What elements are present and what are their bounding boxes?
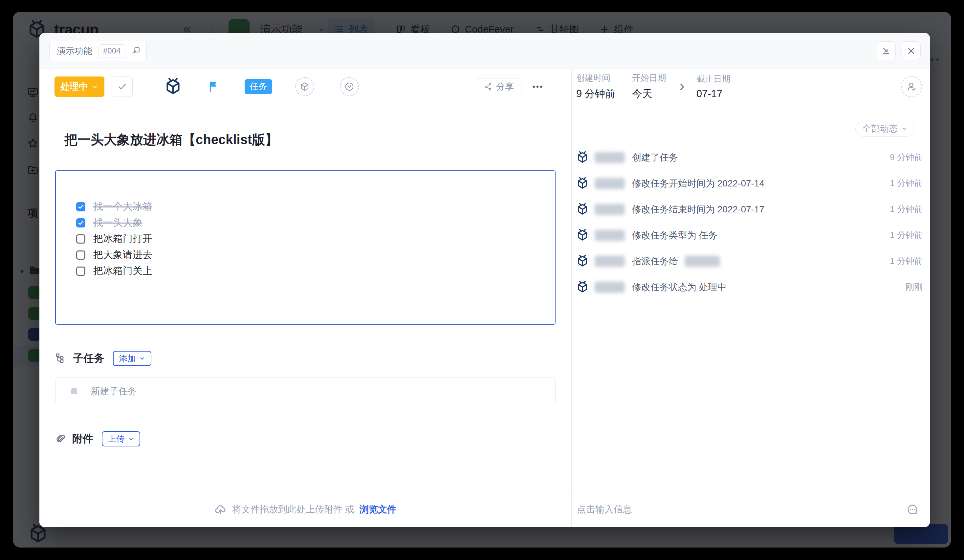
task-type-badge[interactable]: 任务	[244, 79, 272, 94]
attachments-heading: 附件	[72, 431, 93, 446]
activity-time: 1 分钟前	[890, 203, 923, 215]
due-date-block[interactable]: 截止日期 07-17	[696, 73, 731, 100]
activity-time: 1 分钟前	[890, 256, 923, 267]
check-icon	[78, 203, 84, 210]
activity-time: 1 分钟前	[890, 230, 923, 241]
activity-text: 修改任务结束时间为 2022-07-17	[632, 203, 764, 216]
tracup-cube-icon	[577, 151, 588, 163]
activity-time: 1 分钟前	[890, 177, 923, 189]
chevron-down-icon	[128, 436, 134, 442]
checkbox-unchecked[interactable]	[76, 267, 85, 276]
subtask-bullet-icon	[71, 388, 77, 394]
copy-link-icon[interactable]	[131, 46, 140, 55]
close-icon	[907, 46, 916, 55]
link-item-placeholder[interactable]	[295, 77, 314, 96]
share-icon	[484, 83, 492, 91]
checklist-item: 把冰箱门关上	[76, 263, 555, 279]
checklist-label: 把冰箱门打开	[93, 232, 152, 246]
activity-text: 创建了任务	[632, 151, 678, 164]
status-label: 处理中	[60, 80, 88, 93]
checkbox-unchecked[interactable]	[76, 234, 85, 244]
activity-text: 修改任务开始时间为 2022-07-14	[632, 177, 764, 190]
share-label: 分享	[496, 81, 514, 93]
priority-flag-icon[interactable]	[207, 80, 220, 93]
tracup-cube-icon	[577, 281, 588, 293]
activity-filter-dropdown[interactable]: 全部动态	[855, 121, 914, 137]
activity-feed: 全部动态 创建了任务 9 分钟前 修改任务开始时间为 2022-07-14	[572, 104, 930, 491]
version-placeholder[interactable]	[340, 77, 359, 96]
file-dropzone[interactable]: 将文件拖放到此处上传附件 或 浏览文件	[39, 491, 571, 527]
share-button[interactable]: 分享	[477, 78, 521, 95]
created-time-block: 创建时间 9 分钟前	[576, 72, 615, 101]
export-button[interactable]	[877, 41, 896, 60]
checklist-label: 把大象请进去	[93, 248, 152, 262]
checklist-label: 找一头大象	[93, 216, 143, 230]
start-date-value: 今天	[632, 87, 666, 101]
checklist-item: 把大象请进去	[76, 247, 555, 263]
task-title[interactable]: 把一头大象放进冰箱【checklist版】	[64, 131, 555, 149]
person-check-icon	[906, 81, 917, 92]
close-button[interactable]	[902, 41, 921, 60]
cloud-upload-icon	[214, 503, 227, 516]
download-icon	[882, 46, 891, 55]
activity-text: 指派任务给	[632, 255, 678, 267]
toolbar-divider	[142, 75, 142, 99]
task-toolbar: 处理中 任务 分享	[39, 69, 571, 104]
tracup-cube-icon[interactable]	[165, 78, 181, 95]
assignee-placeholder[interactable]	[901, 76, 922, 97]
emoji-bubble-icon[interactable]	[906, 503, 919, 516]
activity-time: 刚刚	[905, 281, 923, 293]
redacted-username	[594, 204, 625, 215]
modal-header: 演示功能 #004	[39, 33, 930, 69]
checkbox-unchecked[interactable]	[76, 251, 85, 260]
checkbox-checked[interactable]	[76, 218, 85, 228]
add-subtask-button[interactable]: 添加	[113, 351, 151, 366]
activity-item: 修改任务结束时间为 2022-07-17 1 分钟前	[577, 196, 930, 222]
redacted-username	[594, 256, 625, 267]
check-icon	[78, 220, 84, 226]
comment-placeholder: 点击输入信息	[577, 503, 632, 516]
more-actions-button[interactable]	[532, 81, 543, 92]
status-dropdown[interactable]: 处理中	[54, 77, 104, 97]
new-subtask-input[interactable]: 新建子任务	[55, 377, 555, 405]
redacted-username	[594, 282, 625, 293]
start-date-label: 开始日期	[632, 72, 666, 84]
task-main-panel: 处理中 任务 分享 把一头大象放进冰箱	[39, 69, 571, 527]
subtasks-heading: 子任务	[73, 351, 104, 366]
due-date-value: 07-17	[696, 88, 731, 100]
date-range-arrow-icon	[677, 82, 687, 91]
checklist-label: 找一个大冰箱	[93, 200, 152, 213]
checklist-editor[interactable]: 找一个大冰箱 找一头大象 把冰箱门打开 把大象请进去	[55, 170, 555, 325]
browse-files-link[interactable]: 浏览文件	[360, 503, 396, 516]
check-icon	[117, 82, 127, 91]
new-subtask-placeholder: 新建子任务	[91, 385, 137, 397]
breadcrumb[interactable]: 演示功能 #004	[49, 41, 147, 61]
redacted-username	[594, 230, 625, 241]
activity-text: 修改任务状态为 处理中	[632, 281, 726, 293]
activity-item: 修改任务状态为 处理中 刚刚	[577, 274, 930, 300]
paperclip-icon	[55, 433, 66, 444]
screen: tracup 演示功能 列表 看板 CodeFever 甘特图	[0, 0, 964, 560]
add-label: 添加	[119, 353, 136, 365]
activity-item: 修改任务类型为 任务 1 分钟前	[577, 222, 930, 248]
mark-done-button[interactable]	[112, 77, 133, 97]
subtasks-section-header: 子任务 添加	[55, 351, 555, 366]
created-value: 9 分钟前	[576, 87, 615, 101]
breadcrumb-project: 演示功能	[57, 45, 92, 57]
start-date-block[interactable]: 开始日期 今天	[632, 72, 666, 101]
created-label: 创建时间	[576, 72, 615, 84]
upload-button[interactable]: 上传	[102, 431, 140, 446]
task-detail-modal: 演示功能 #004 处理中 任务	[39, 33, 930, 527]
checklist-item: 找一头大象	[76, 215, 555, 231]
checkbox-checked[interactable]	[76, 202, 85, 212]
redacted-assignee	[685, 256, 720, 267]
activity-item: 修改任务开始时间为 2022-07-14 1 分钟前	[577, 170, 930, 196]
activity-item: 创建了任务 9 分钟前	[577, 145, 930, 170]
task-activity-panel: 创建时间 9 分钟前 开始日期 今天 截止日期 07-17	[571, 69, 930, 527]
comment-input[interactable]: 点击输入信息	[572, 491, 930, 527]
activity-item: 指派任务给 1 分钟前	[577, 248, 930, 274]
info-divider	[620, 74, 620, 99]
chevron-down-icon	[902, 126, 907, 132]
due-date-label: 截止日期	[696, 73, 731, 85]
tracup-cube-icon	[577, 203, 588, 215]
